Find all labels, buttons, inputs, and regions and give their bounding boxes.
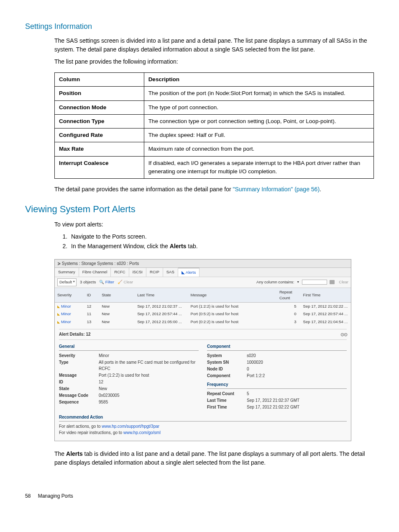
cell: 12 bbox=[84, 303, 99, 311]
viewing-content: To view port alerts: Navigate to the Por… bbox=[54, 220, 374, 251]
th-column: Column bbox=[55, 73, 144, 87]
tab-bar: Summary Fibre Channel RCFC iSCSI RCIP SA… bbox=[55, 268, 351, 277]
filter-input[interactable] bbox=[302, 280, 327, 285]
cell: Minor bbox=[55, 310, 84, 318]
settings-content: The SAS settings screen is divided into … bbox=[54, 36, 374, 194]
col-repeat[interactable]: Repeat Count bbox=[277, 288, 301, 303]
cell: Connection Type bbox=[59, 118, 105, 124]
k: Last Time bbox=[207, 397, 247, 403]
k: Repeat Count bbox=[207, 391, 247, 397]
settings-p1: The SAS settings screen is divided into … bbox=[54, 36, 374, 54]
label: Clear bbox=[124, 280, 133, 284]
cell: Connection Mode bbox=[59, 104, 106, 111]
k: System SN bbox=[207, 359, 247, 365]
filter-button[interactable]: 🔍 Filter bbox=[99, 279, 114, 285]
cell: The position of the port (in Node:Slot:P… bbox=[144, 87, 373, 100]
alert-row[interactable]: Minor 12 New Sep 17, 2012 21:02:37 ... P… bbox=[55, 303, 351, 311]
frequency-heading: Frequency bbox=[207, 381, 347, 389]
tab-rcfc[interactable]: RCFC bbox=[111, 268, 129, 277]
settings-p3: The detail pane provides the same inform… bbox=[54, 185, 374, 194]
text: For video repair instructions, go to bbox=[59, 430, 123, 435]
summary-info-link[interactable]: "Summary Information" (page 56) bbox=[233, 186, 320, 193]
cell: Minor bbox=[55, 318, 84, 326]
rec-line-2: For video repair instructions, go to www… bbox=[59, 429, 347, 436]
cell: Port (1:2:2) is used for host bbox=[188, 303, 277, 311]
page-footer: 58 Managing Ports bbox=[25, 492, 374, 500]
cell: Sep 17, 2012 21:02:22 ... bbox=[301, 303, 351, 311]
clear-filter-button[interactable]: Clear bbox=[339, 279, 348, 285]
alerts-screenshot: ≽ Systems : Storage Systems : s020 : Por… bbox=[54, 259, 351, 441]
details-header: Alert Details: 12 ⊙ ⊙ bbox=[59, 329, 347, 340]
k: Component bbox=[207, 373, 247, 379]
v: 0 bbox=[247, 366, 347, 372]
k: Type bbox=[59, 359, 99, 372]
k: Node ID bbox=[207, 366, 247, 372]
k: Sequence bbox=[59, 399, 99, 405]
cell: 0 bbox=[277, 310, 301, 318]
table-row: Interrupt CoalesceIf disabled, each I/O … bbox=[55, 156, 374, 179]
any-column-label: Any column contains: bbox=[256, 279, 294, 285]
component-column: Component Systems020 System SN1000020 No… bbox=[207, 343, 347, 411]
details-title: Alert Details: 12 bbox=[59, 331, 91, 338]
page-number: 58 bbox=[25, 492, 31, 500]
col-message[interactable]: Message bbox=[188, 288, 277, 303]
text: For alert actions, go to bbox=[59, 424, 102, 429]
cell: Maximum rate of connection from the port… bbox=[144, 142, 373, 156]
cell: New bbox=[99, 310, 135, 318]
cell: Position bbox=[59, 90, 81, 96]
v: Sep 17, 2012 21:02:22 GMT bbox=[247, 404, 347, 410]
tab-rcip[interactable]: RCIP bbox=[146, 268, 163, 277]
v: 5 bbox=[247, 391, 347, 397]
cell: 13 bbox=[84, 318, 99, 326]
col-severity[interactable]: Severity bbox=[55, 288, 84, 303]
text: tab is divided into a list pane and a de… bbox=[54, 450, 365, 466]
cell: 3 bbox=[277, 318, 301, 326]
col-id[interactable]: ID bbox=[84, 288, 99, 303]
v: 1000020 bbox=[247, 359, 347, 365]
tab-alerts[interactable]: ◣ Alerts bbox=[178, 268, 200, 277]
k: Severity bbox=[59, 352, 99, 359]
after-shot-text: The Alerts tab is divided into a list pa… bbox=[54, 450, 374, 467]
col-last-time[interactable]: Last Time bbox=[135, 288, 188, 303]
text: . bbox=[320, 186, 321, 193]
general-column: General SeverityMinor TypeAll ports in t… bbox=[59, 343, 199, 411]
clear-button[interactable]: 🧹 Clear bbox=[118, 279, 133, 285]
cell: 5 bbox=[277, 303, 301, 311]
col-state[interactable]: State bbox=[99, 288, 135, 303]
k: State bbox=[59, 386, 99, 392]
general-heading: General bbox=[59, 343, 199, 351]
alert-details: Alert Details: 12 ⊙ ⊙ General SeverityMi… bbox=[55, 326, 351, 441]
view-select[interactable]: Default bbox=[57, 278, 77, 286]
k: Message Code bbox=[59, 392, 99, 398]
cell: Interrupt Coalesce bbox=[59, 160, 109, 166]
rec-link-2[interactable]: www.hp.com/go/sml bbox=[123, 430, 161, 435]
tab-iscsi[interactable]: iSCSI bbox=[129, 268, 146, 277]
col-first-time[interactable]: First Time bbox=[301, 288, 351, 303]
bold: Alerts bbox=[66, 450, 83, 457]
cell: The type of port connection. bbox=[144, 100, 373, 114]
footer-label: Managing Ports bbox=[38, 493, 73, 499]
printer-icon[interactable] bbox=[330, 280, 335, 284]
tab-summary[interactable]: Summary bbox=[55, 268, 79, 277]
v: 0x0230005 bbox=[99, 392, 199, 398]
tab-fibre-channel[interactable]: Fibre Channel bbox=[79, 268, 111, 277]
v: Port (1:2:2) is used for host bbox=[99, 372, 199, 378]
table-row: PositionThe position of the port (in Nod… bbox=[55, 87, 374, 100]
settings-table: Column Description PositionThe position … bbox=[54, 72, 374, 179]
alert-row[interactable]: Minor 13 New Sep 17, 2012 21:05:00 ... P… bbox=[55, 318, 351, 326]
rec-link-1[interactable]: www.hp.com/support/hpgt/3par bbox=[102, 424, 159, 429]
tab-sas[interactable]: SAS bbox=[163, 268, 178, 277]
section-heading-viewing-alerts: Viewing System Port Alerts bbox=[25, 202, 374, 216]
tab-label: Alerts bbox=[186, 270, 196, 275]
collapse-expand-icon[interactable]: ⊙ ⊙ bbox=[340, 331, 347, 338]
cell: Max Rate bbox=[59, 146, 84, 152]
text: The detail pane provides the same inform… bbox=[54, 186, 233, 193]
k: System bbox=[207, 352, 247, 359]
rec-line-1: For alert actions, go to www.hp.com/supp… bbox=[59, 423, 347, 429]
step-1: Navigate to the Ports screen. bbox=[69, 232, 374, 241]
alert-row[interactable]: Minor 11 New Sep 17, 2012 20:57:44 ... P… bbox=[55, 310, 351, 318]
breadcrumb-text: Systems : Storage Systems : s020 : Ports bbox=[62, 261, 139, 266]
alerts-table: Severity ID State Last Time Message Repe… bbox=[55, 288, 351, 326]
v: Minor bbox=[99, 352, 199, 359]
table-row: Configured RateThe duplex speed: Half or… bbox=[55, 129, 374, 142]
